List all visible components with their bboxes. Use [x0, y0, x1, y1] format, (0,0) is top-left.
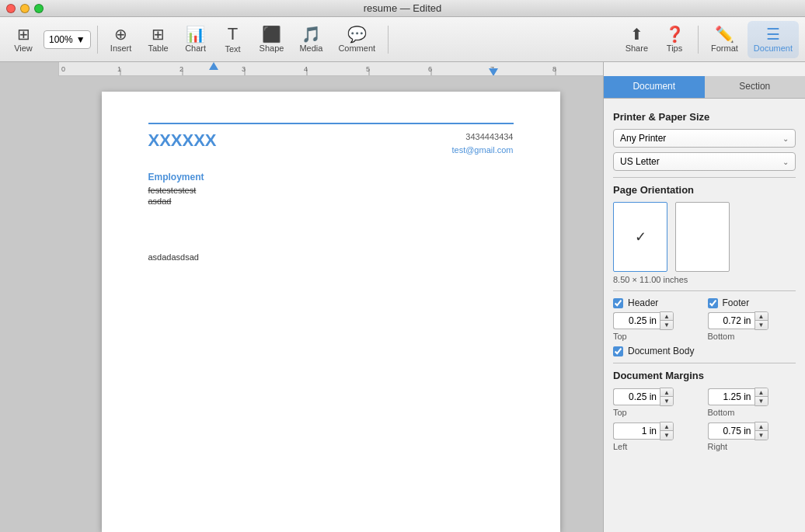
header-increment-button[interactable]: ▲ [660, 312, 673, 321]
margin-bottom-decrement-button[interactable]: ▼ [755, 397, 768, 405]
margin-right-stepper: ▲ ▼ [754, 422, 768, 440]
header-checkbox[interactable] [613, 298, 623, 308]
shape-button[interactable]: ⬛ Shape [253, 21, 291, 58]
ruler: 0 1 2 3 4 5 6 7 8 [58, 62, 603, 76]
margins-left-right-row: ▲ ▼ Left ▲ ▼ Right [613, 422, 796, 451]
text-icon: T [228, 26, 238, 43]
orientation-options: ✓ [613, 202, 796, 272]
footer-checkbox[interactable] [708, 298, 718, 308]
footer-increment-button[interactable]: ▲ [755, 312, 768, 321]
text-button[interactable]: T Text [216, 21, 250, 58]
view-button[interactable]: ⊞ View [6, 21, 40, 58]
window-controls [6, 4, 44, 13]
margin-left-label: Left [613, 442, 627, 451]
margin-left-increment-button[interactable]: ▲ [660, 422, 673, 431]
margin-bottom-input-stepper: ▲ ▼ [708, 388, 768, 406]
header-decrement-button[interactable]: ▼ [660, 321, 673, 329]
canvas-area[interactable]: XXXXXX 3434443434 test@gmail.com Employm… [58, 76, 603, 532]
content-line-1: festestestest [148, 186, 514, 195]
document-panel-icon: ☰ [766, 26, 780, 42]
footer-value-input[interactable] [708, 312, 754, 329]
share-label: Share [626, 43, 648, 53]
footer-input-stepper: ▲ ▼ [708, 311, 768, 330]
document-name: XXXXXX [148, 130, 217, 151]
media-button[interactable]: 🎵 Media [293, 21, 329, 58]
zoom-value: 100% [49, 34, 73, 45]
header-group: Header ▲ ▼ Top [613, 297, 702, 341]
margin-right-decrement-button[interactable]: ▼ [755, 431, 768, 440]
document-contact: 3434443434 test@gmail.com [451, 130, 513, 156]
tab-document[interactable]: Document [604, 76, 705, 98]
page-header: XXXXXX 3434443434 test@gmail.com [148, 130, 514, 156]
margin-top-input[interactable] [613, 388, 660, 405]
tab-section[interactable]: Section [705, 76, 806, 98]
header-input-stepper: ▲ ▼ [613, 311, 674, 330]
margin-bottom-label: Bottom [708, 408, 735, 417]
right-panel: Document Section Printer & Paper Size An… [603, 76, 805, 532]
left-strip [0, 76, 58, 532]
margins-top-bottom-row: ▲ ▼ Top ▲ ▼ Bottom [613, 388, 796, 417]
comment-button[interactable]: 💬 Comment [332, 21, 382, 58]
footer-decrement-button[interactable]: ▼ [755, 321, 768, 329]
portrait-checkmark: ✓ [635, 228, 646, 245]
document-margins-header: Document Margins [613, 370, 796, 381]
page-orientation-header: Page Orientation [613, 184, 796, 196]
format-label: Format [711, 43, 738, 53]
margin-bottom-group: ▲ ▼ Bottom [708, 388, 796, 417]
document-body-label: Document Body [628, 346, 694, 356]
svg-text:0: 0 [61, 65, 65, 73]
insert-icon: ⊕ [114, 26, 127, 42]
margin-right-input[interactable] [708, 422, 754, 440]
margin-top-increment-button[interactable]: ▲ [660, 388, 673, 397]
tips-button[interactable]: ❓ Tips [657, 21, 692, 58]
header-value-input[interactable] [613, 312, 660, 329]
view-label: View [14, 43, 33, 53]
printer-select[interactable]: Any Printer ⌄ [613, 129, 796, 148]
media-icon: 🎵 [301, 26, 321, 42]
shape-label: Shape [260, 43, 284, 53]
margin-top-label: Top [613, 408, 627, 417]
margin-bottom-increment-button[interactable]: ▲ [755, 388, 768, 397]
margin-left-decrement-button[interactable]: ▼ [660, 431, 673, 440]
comment-label: Comment [338, 43, 375, 53]
margin-right-increment-button[interactable]: ▲ [755, 422, 768, 431]
margin-left-input[interactable] [613, 422, 660, 440]
insert-button[interactable]: ⊕ Insert [104, 21, 138, 58]
separator-2 [388, 26, 389, 54]
portrait-orientation[interactable]: ✓ [613, 202, 667, 272]
minimize-button[interactable] [20, 4, 30, 13]
chart-button[interactable]: 📊 Chart [179, 21, 213, 58]
header-stepper: ▲ ▼ [660, 311, 674, 330]
ruler-svg: 0 1 2 3 4 5 6 7 8 [58, 62, 603, 76]
margin-top-stepper: ▲ ▼ [660, 388, 674, 406]
margin-bottom-input[interactable] [708, 388, 754, 405]
document-panel-button[interactable]: ☰ Document [748, 21, 799, 58]
svg-text:3: 3 [242, 65, 246, 73]
footer-group: Footer ▲ ▼ Bottom [708, 297, 796, 341]
printer-select-row: Any Printer ⌄ [613, 129, 796, 148]
svg-text:8: 8 [552, 65, 556, 73]
maximize-button[interactable] [34, 4, 44, 13]
divider-3 [613, 363, 796, 363]
page[interactable]: XXXXXX 3434443434 test@gmail.com Employm… [102, 92, 560, 532]
format-button[interactable]: ✏️ Format [705, 21, 744, 58]
paper-select[interactable]: US Letter ⌄ [613, 152, 796, 171]
margin-top-decrement-button[interactable]: ▼ [660, 397, 673, 405]
close-button[interactable] [6, 4, 16, 13]
panel-content: Printer & Paper Size Any Printer ⌄ US Le… [604, 99, 805, 461]
landscape-orientation[interactable] [675, 202, 730, 272]
titlebar: resume — Edited [0, 0, 805, 17]
share-button[interactable]: ⬆ Share [619, 21, 654, 58]
header-footer-row: Header ▲ ▼ Top Footer [613, 297, 796, 341]
separator-1 [97, 26, 98, 54]
zoom-control[interactable]: 100% ▼ [44, 30, 91, 49]
footer-label: Footer [723, 297, 750, 308]
document-body-checkbox[interactable] [613, 346, 623, 356]
share-icon: ⬆ [630, 26, 643, 42]
separator-3 [698, 26, 699, 54]
panel-tabs: Document Section [604, 76, 805, 99]
table-button[interactable]: ⊞ Table [141, 21, 176, 58]
margin-bottom-stepper: ▲ ▼ [754, 388, 768, 406]
tips-label: Tips [667, 43, 682, 53]
svg-text:6: 6 [428, 65, 432, 73]
